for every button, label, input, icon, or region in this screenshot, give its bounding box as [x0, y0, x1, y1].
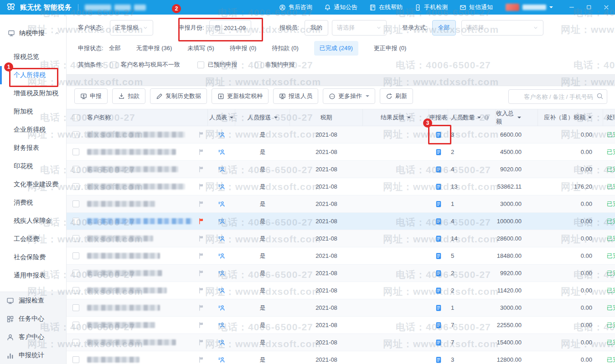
sidebar-item-3[interactable]: 附加税 [0, 103, 66, 121]
row-checkbox[interactable] [72, 339, 79, 346]
other-condition-1[interactable]: 已预约申报 [197, 61, 238, 69]
personnel-icon[interactable] [218, 149, 225, 156]
user-account[interactable] [506, 4, 553, 11]
copy-history-button[interactable]: 复制历史数据 [150, 88, 207, 104]
other-condition-0[interactable]: 客户名称与税局不一致 [110, 61, 180, 69]
column-header-8[interactable]: 应补（退）税额 [538, 109, 603, 126]
personnel-icon[interactable] [218, 131, 225, 138]
report-document-icon[interactable] [435, 356, 442, 364]
personnel-icon[interactable] [218, 166, 225, 173]
login-method-select[interactable]: 请选择 [461, 20, 543, 36]
search-input[interactable] [508, 89, 607, 104]
topbar-menu-phone-check[interactable]: 手机检测 [414, 3, 448, 11]
customer-status-select[interactable]: 正常报税 [110, 20, 153, 36]
status-tab-3[interactable]: 待申报 (0) [230, 41, 257, 56]
column-header-2[interactable]: 人员报送 [235, 109, 290, 126]
personnel-icon[interactable] [218, 235, 225, 242]
personnel-icon[interactable] [218, 183, 225, 190]
login-method-all-button[interactable]: 全部 [432, 20, 456, 36]
more-actions-button[interactable]: 更多操作 [323, 88, 375, 104]
personnel-icon[interactable] [218, 200, 225, 208]
topbar-menu-sms-notify[interactable]: 短信通知 [460, 3, 493, 11]
personnel-icon[interactable] [218, 252, 225, 260]
checkbox-icon[interactable] [255, 62, 262, 68]
sort-caret-icon[interactable] [407, 117, 411, 120]
declare-button[interactable]: 申报 [74, 88, 108, 104]
update-tax-type-button[interactable]: 更新核定税种 [212, 88, 269, 104]
sidebar-bottom-item-2[interactable]: 客户中心 [0, 328, 66, 346]
report-document-icon[interactable] [435, 322, 442, 329]
report-document-icon[interactable] [435, 200, 442, 208]
row-checkbox[interactable] [72, 149, 79, 155]
topbar-menu-notice[interactable]: 通知公告 [324, 3, 357, 11]
status-tab-1[interactable]: 无需申报 (36) [136, 41, 172, 56]
column-header-4[interactable]: 结果反馈 [363, 109, 429, 126]
status-tab-2[interactable]: 未填写 (5) [187, 41, 214, 56]
personnel-icon[interactable] [218, 287, 225, 294]
report-document-icon[interactable] [435, 304, 442, 312]
row-checkbox[interactable] [72, 270, 79, 277]
report-document-icon[interactable] [435, 166, 442, 173]
topbar-menu-aftersales[interactable]: 售后咨询 [279, 3, 312, 11]
sidebar-item-11[interactable]: 社会保险费 [0, 248, 66, 267]
sidebar-bottom-item-1[interactable]: 任务中心 [0, 310, 66, 328]
select-all-checkbox[interactable] [72, 114, 79, 121]
row-checkbox[interactable] [72, 131, 79, 138]
refresh-button[interactable]: 刷新 [380, 88, 413, 104]
row-checkbox[interactable] [72, 166, 79, 173]
topbar-menu-online-help[interactable]: 在线帮助 [369, 3, 403, 11]
personnel-icon[interactable] [218, 339, 225, 346]
sidebar-item-1[interactable]: 个人所得税 [0, 66, 66, 84]
sidebar-item-5[interactable]: 财务报表 [0, 139, 66, 157]
sort-caret-icon[interactable] [274, 117, 278, 120]
sidebar-item-7[interactable]: 文化事业建设费 [0, 175, 66, 194]
row-checkbox[interactable] [72, 183, 79, 190]
report-document-icon[interactable] [435, 339, 442, 346]
other-condition-2[interactable]: 非预约申报 [255, 61, 295, 69]
sidebar-item-4[interactable]: 企业所得税 [0, 121, 66, 139]
deduct-button[interactable]: 扣款 [112, 88, 145, 104]
report-document-icon[interactable] [435, 287, 442, 294]
close-button[interactable] [598, 0, 615, 15]
sidebar-item-10[interactable]: 工会经费 [0, 230, 66, 248]
sort-caret-icon[interactable] [517, 117, 521, 120]
send-personnel-button[interactable]: 报送人员 [273, 88, 318, 104]
row-checkbox[interactable] [72, 200, 79, 207]
report-document-icon[interactable] [435, 270, 442, 277]
checkbox-icon[interactable] [110, 62, 117, 68]
sidebar-bottom-item-3[interactable]: 申报统计 [0, 346, 66, 364]
status-tab-4[interactable]: 待扣款 (0) [272, 41, 299, 56]
row-checkbox[interactable] [72, 322, 79, 328]
row-checkbox[interactable] [72, 356, 79, 363]
report-document-icon[interactable] [435, 149, 442, 156]
report-document-icon[interactable] [435, 252, 442, 260]
personnel-icon[interactable] [218, 356, 225, 364]
row-checkbox[interactable] [72, 287, 79, 294]
sidebar-item-6[interactable]: 印花税 [0, 157, 66, 175]
row-checkbox[interactable] [72, 304, 79, 311]
sidebar-item-8[interactable]: 消费税 [0, 194, 66, 212]
sort-caret-icon[interactable] [588, 117, 592, 120]
sidebar-item-0[interactable]: 报税总览 [0, 48, 66, 66]
tax-agent-mine-button[interactable]: 我的 [305, 20, 328, 36]
personnel-icon[interactable] [218, 322, 225, 329]
tax-agent-select[interactable]: 请选择 [332, 20, 387, 36]
sidebar-bottom-item-0[interactable]: 漏报检查 [0, 292, 66, 310]
column-header-6[interactable]: 人员数量 [448, 109, 496, 126]
row-checkbox[interactable] [72, 218, 79, 225]
sidebar-item-9[interactable]: 残疾人保障金 [0, 212, 66, 230]
report-document-icon[interactable] [435, 218, 442, 225]
sidebar-section-tax-declare[interactable]: 纳税申报 [0, 25, 66, 41]
status-tab-0[interactable]: 全部 [109, 41, 121, 56]
row-checkbox[interactable] [72, 235, 79, 242]
personnel-icon[interactable] [218, 218, 225, 225]
sort-caret-icon[interactable] [477, 117, 481, 120]
sort-caret-icon[interactable] [230, 117, 233, 120]
column-header-7[interactable]: 收入总额 [496, 109, 538, 126]
maximize-button[interactable] [580, 0, 598, 15]
personnel-icon[interactable] [218, 304, 225, 312]
checkbox-icon[interactable] [197, 62, 204, 68]
status-tab-6[interactable]: 更正申报 (0) [374, 41, 407, 56]
column-header-1[interactable]: 人员表 [208, 109, 235, 126]
status-tab-5[interactable]: 已完成 (249) [314, 41, 358, 56]
